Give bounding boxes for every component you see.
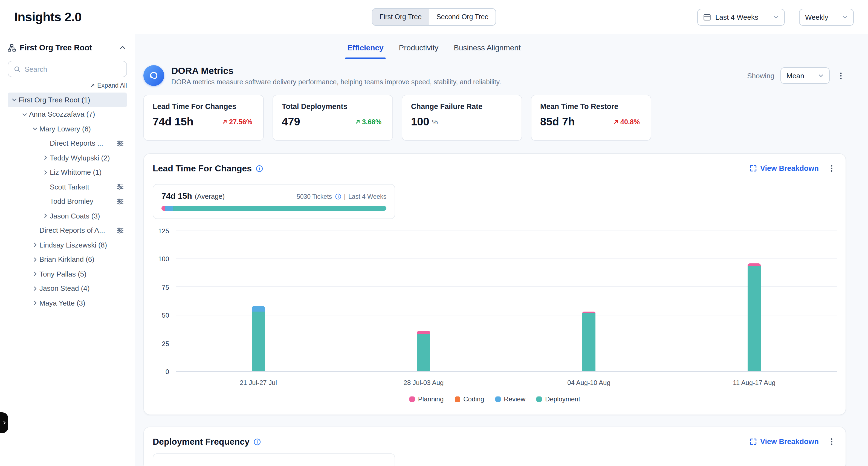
kebab-menu-icon[interactable] [836, 70, 846, 81]
kebab-menu-icon[interactable] [827, 163, 837, 174]
lead-time-panel-header: Lead Time For Changes View Breakdown [153, 163, 837, 174]
y-axis-tick-label: 125 [158, 227, 169, 235]
chart-x-axis: 21 Jul-27 Jul28 Jul-03 Aug04 Aug-10 Aug1… [176, 379, 837, 387]
sidebar-search [8, 61, 127, 77]
tree-item-maya-yette-3[interactable]: Maya Yette (3) [8, 296, 127, 310]
showing-select[interactable]: Mean [780, 67, 830, 84]
granularity-select[interactable]: Weekly [799, 8, 854, 26]
chart-legend: PlanningCodingReviewDeployment [153, 396, 837, 405]
chevron-right-icon[interactable] [41, 154, 50, 163]
tree-item-label: First Org Tree Root (1) [19, 96, 102, 104]
deployment-panel-title: Deployment Frequency [153, 437, 250, 446]
chevron-right-icon[interactable] [31, 299, 39, 308]
chevron-right-icon[interactable] [31, 270, 39, 279]
metric-card-total-deployments: Total Deployments4793.68% [273, 95, 393, 141]
expand-all-button[interactable]: Expand All [8, 82, 127, 89]
info-icon[interactable] [256, 165, 263, 172]
chevron-right-icon[interactable] [31, 284, 39, 293]
chevron-down-icon [773, 14, 779, 20]
view-breakdown-button[interactable]: View Breakdown [750, 164, 819, 173]
date-range-select[interactable]: Last 4 Weeks [697, 8, 785, 26]
tree-item-label: Direct Reports of A... [39, 227, 117, 235]
tree-item-tony-pallas-5[interactable]: Tony Pallas (5) [8, 267, 127, 281]
expand-corners-icon [750, 438, 757, 445]
tab-business-alignment[interactable]: Business Alignment [453, 40, 522, 55]
legend-item-review[interactable]: Review [495, 396, 525, 403]
date-range-value: Last 4 Weeks [715, 13, 758, 21]
tree-item-scott-tarkett[interactable]: Scott Tarkett [8, 180, 127, 194]
tree-item-first-org-tree-root-1[interactable]: First Org Tree Root (1) [8, 92, 127, 107]
tab-productivity[interactable]: Productivity [398, 40, 440, 55]
tree-item-brian-kirkland-6[interactable]: Brian Kirkland (6) [8, 252, 127, 267]
tree-item-label: Tony Pallas (5) [39, 270, 98, 278]
info-icon[interactable] [335, 193, 341, 200]
legend-item-deployment[interactable]: Deployment [536, 396, 580, 403]
chevron-down-icon[interactable] [10, 95, 19, 104]
trend-badge: 3.68% [354, 118, 381, 126]
metric-card-value: 479 [282, 116, 300, 128]
tree-item-liz-whittome-1[interactable]: Liz Whittome (1) [8, 165, 127, 180]
lead-time-panel-title: Lead Time For Changes [153, 164, 252, 173]
summary-period: Last 4 Weeks [348, 193, 386, 200]
org-tree-toggle-second-org-tree[interactable]: Second Org Tree [429, 9, 496, 25]
view-breakdown-label: View Breakdown [760, 438, 819, 446]
tree-item-direct-reports-of-a[interactable]: Direct Reports of A... [8, 223, 127, 238]
filter-sliders-icon[interactable] [117, 140, 124, 147]
trend-badge: 27.56% [221, 118, 252, 126]
legend-swatch [409, 397, 415, 402]
chevron-right-icon[interactable] [31, 255, 39, 264]
tree-item-lindsay-liszewski-8[interactable]: Lindsay Liszewski (8) [8, 238, 127, 252]
tree-item-teddy-wylupski-2[interactable]: Teddy Wylupski (2) [8, 151, 127, 165]
trend-value: 3.68% [362, 118, 381, 126]
chevron-down-icon[interactable] [20, 110, 29, 119]
chevron-down-icon[interactable] [31, 124, 39, 133]
tab-efficiency[interactable]: Efficiency [346, 40, 384, 55]
tree-item-label: Teddy Wylupski (2) [50, 154, 122, 162]
legend-swatch [455, 397, 460, 402]
tree-item-todd-bromley[interactable]: Todd Bromley [8, 194, 127, 209]
sidebar-header: First Org Tree Root [8, 40, 127, 55]
gridline [176, 315, 837, 315]
tickets-count: 5030 Tickets [297, 193, 332, 200]
trend-value: 40.8% [620, 118, 640, 126]
sidebar-collapse-handle[interactable] [0, 412, 8, 433]
gridline [176, 231, 837, 231]
tree-item-mary-lowery-6[interactable]: Mary Lowery (6) [8, 122, 127, 136]
lead-time-summary-card: 74d 15h (Average) 5030 Tickets | Last 4 … [153, 184, 395, 219]
search-input[interactable] [25, 65, 121, 73]
tree-item-anna-scozzafava-7[interactable]: Anna Scozzafava (7) [8, 107, 127, 122]
chevron-right-icon[interactable] [41, 212, 50, 221]
filter-sliders-icon[interactable] [117, 227, 124, 234]
trend-up-arrow-icon [221, 119, 227, 125]
sidebar-collapse-chevron-up-icon[interactable] [118, 43, 127, 52]
tree-item-jason-stead-4[interactable]: Jason Stead (4) [8, 281, 127, 296]
gridline [176, 259, 837, 259]
org-tree-toggle-first-org-tree[interactable]: First Org Tree [372, 9, 429, 25]
tree-item-label: Mary Lowery (6) [39, 125, 103, 133]
metric-card-title: Total Deployments [282, 103, 384, 111]
phase-segment-planning [161, 206, 165, 211]
x-axis-label: 04 Aug-10 Aug [506, 379, 672, 387]
gridline [176, 287, 837, 287]
lead-time-chart: 0255075100125 [153, 231, 837, 372]
legend-label: Review [504, 396, 525, 403]
info-icon[interactable] [253, 438, 261, 445]
kebab-menu-icon[interactable] [827, 436, 837, 447]
tree-item-direct-reports[interactable]: Direct Reports ... [8, 136, 127, 151]
filter-sliders-icon[interactable] [117, 183, 124, 191]
x-axis-label: 21 Jul-27 Jul [176, 379, 341, 387]
deployment-frequency-panel: Deployment Frequency View Breakdown [144, 427, 846, 466]
tree-item-jason-coats-3[interactable]: Jason Coats (3) [8, 209, 127, 223]
view-breakdown-button[interactable]: View Breakdown [750, 438, 819, 446]
org-tree: First Org Tree Root (1)Anna Scozzafava (… [8, 92, 127, 310]
y-axis-tick-label: 0 [165, 368, 169, 376]
meta-divider: | [344, 193, 346, 200]
legend-item-planning[interactable]: Planning [409, 396, 443, 403]
view-breakdown-label: View Breakdown [760, 164, 819, 173]
main-content: EfficiencyProductivityBusiness Alignment… [135, 34, 868, 466]
chevron-right-icon[interactable] [31, 241, 39, 250]
legend-item-coding[interactable]: Coding [455, 396, 484, 403]
filter-sliders-icon[interactable] [117, 198, 124, 205]
stacked-bar-04-aug-10-aug [582, 231, 595, 371]
chevron-right-icon[interactable] [41, 168, 50, 177]
